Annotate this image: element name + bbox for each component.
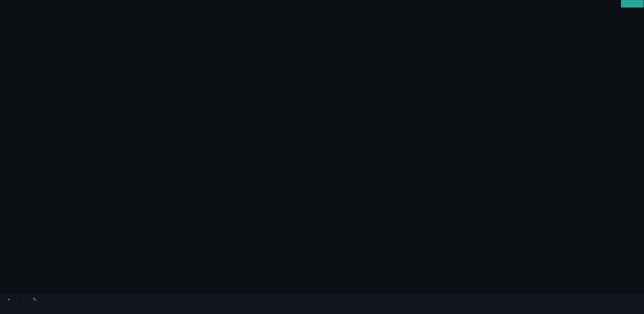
edit-icon: ✎ xyxy=(33,297,37,302)
date-range-button[interactable]: ▾ xyxy=(6,297,10,302)
toolbar-divider xyxy=(17,297,18,302)
last-price-badge xyxy=(621,0,644,8)
trading-chart-app: ▾ ✎ xyxy=(0,0,644,314)
chevron-down-icon: ▾ xyxy=(8,297,10,302)
time-axis[interactable] xyxy=(0,0,644,294)
toolbar-divider xyxy=(24,297,24,302)
timeframe-toolbar xyxy=(0,304,644,314)
indicator-toolbar: ▾ ✎ xyxy=(0,294,644,304)
